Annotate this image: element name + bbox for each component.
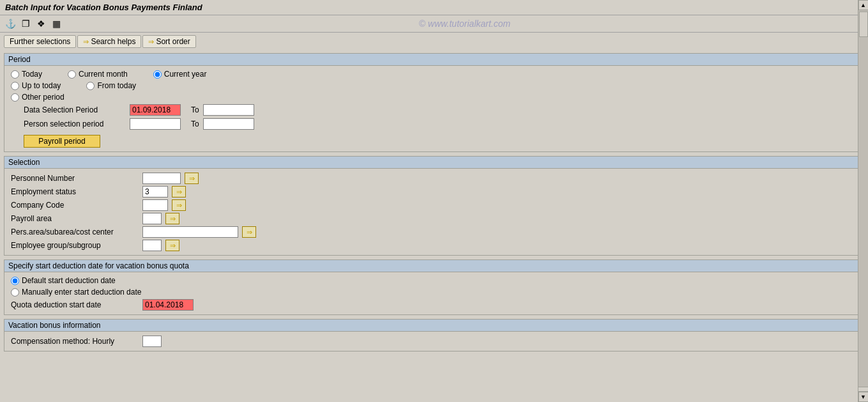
- scroll-track[interactable]: [858, 10, 869, 387]
- person-selection-row: Person selection period To: [24, 118, 857, 130]
- period-section-body: Today Current month Current year Up to t…: [4, 66, 864, 151]
- employee-group-arrow-btn[interactable]: ⇒: [165, 240, 179, 251]
- to-label-1: To: [191, 105, 199, 114]
- company-code-input[interactable]: [142, 199, 168, 211]
- employment-status-label: Employment status: [11, 187, 139, 196]
- pers-area-arrow-btn[interactable]: ⇒: [242, 226, 256, 238]
- period-section-header: Period: [4, 54, 864, 66]
- radio-default-deduction[interactable]: Default start deduction date: [11, 276, 857, 285]
- quota-label: Quota deduction start date: [11, 300, 139, 309]
- compensation-input[interactable]: [142, 336, 162, 347]
- toolbar-icon-1[interactable]: ⚓: [4, 17, 17, 30]
- scroll-split[interactable]: [858, 387, 869, 392]
- specify-section-body: Default start deduction date Manually en…: [4, 272, 864, 314]
- sel-row-employee-group: Employee group/subgroup ⇒: [11, 240, 857, 251]
- pers-area-input[interactable]: [142, 226, 238, 238]
- radio-manually-deduction-input[interactable]: [11, 288, 19, 297]
- toolbar-icon-2[interactable]: ❐: [19, 17, 32, 30]
- company-code-label: Company Code: [11, 201, 139, 210]
- employment-status-arrow-btn[interactable]: ⇒: [172, 186, 186, 197]
- pers-area-label: Pers.area/subarea/cost center: [11, 228, 139, 236]
- personnel-number-arrow-btn[interactable]: ⇒: [185, 173, 199, 184]
- scroll-up-arrow[interactable]: ▲: [858, 0, 869, 10]
- tab-search-helps[interactable]: ⇒ Search helps: [77, 35, 141, 48]
- specify-section-header: Specify start deduction date for vacatio…: [4, 260, 864, 272]
- radio-today[interactable]: Today: [11, 70, 42, 79]
- tab-further-selections[interactable]: Further selections: [4, 35, 76, 48]
- radio-other-period[interactable]: Other period: [11, 93, 65, 102]
- payroll-area-arrow-btn[interactable]: ⇒: [165, 213, 179, 224]
- tab-sort-order[interactable]: ⇒ Sort order: [142, 35, 195, 48]
- payroll-period-button[interactable]: Payroll period: [24, 135, 100, 148]
- data-selection-row: Data Selection Period To: [24, 104, 857, 116]
- radio-manually-deduction[interactable]: Manually enter start deduction date: [11, 288, 857, 297]
- person-selection-from-input[interactable]: [130, 118, 181, 130]
- radio-current-year-input[interactable]: [153, 70, 162, 79]
- radio-today-input[interactable]: [11, 70, 19, 79]
- radio-current-month[interactable]: Current month: [68, 70, 128, 79]
- toolbar-icon-4[interactable]: ▦: [50, 17, 63, 30]
- scrollbar[interactable]: ▲ ▼: [858, 0, 868, 402]
- radio-other-period-label: Other period: [22, 93, 65, 102]
- radio-from-today-label: From today: [97, 81, 136, 90]
- sel-row-pers-area: Pers.area/subarea/cost center ⇒: [11, 226, 857, 238]
- period-radio-row-1: Today Current month Current year: [11, 70, 857, 79]
- scroll-down-arrow[interactable]: ▼: [858, 392, 869, 402]
- scroll-thumb[interactable]: [859, 12, 868, 37]
- period-radio-row-2: Up to today From today: [11, 81, 857, 90]
- period-section: Period Today Current month Current year: [4, 53, 864, 152]
- personnel-number-label: Personnel Number: [11, 174, 139, 183]
- page-title: Batch Input for Vacation Bonus Payments …: [5, 3, 202, 12]
- toolbar-icon-3[interactable]: ❖: [34, 17, 47, 30]
- watermark: © www.tutorialkart.com: [65, 19, 864, 29]
- search-helps-arrow-icon: ⇒: [83, 38, 89, 46]
- sel-row-employment: Employment status ⇒: [11, 186, 857, 197]
- selection-section-header: Selection: [4, 157, 864, 169]
- radio-default-deduction-input[interactable]: [11, 277, 19, 285]
- period-radio-row-3: Other period: [11, 93, 857, 102]
- company-code-arrow-btn[interactable]: ⇒: [172, 199, 186, 211]
- radio-from-today-input[interactable]: [86, 82, 95, 90]
- person-selection-to-input[interactable]: [203, 118, 254, 130]
- radio-current-month-input[interactable]: [68, 70, 76, 79]
- radio-default-deduction-label: Default start deduction date: [22, 276, 116, 285]
- radio-up-to-today-label: Up to today: [22, 81, 61, 90]
- radio-from-today[interactable]: From today: [86, 81, 136, 90]
- search-helps-label: Search helps: [91, 37, 135, 46]
- radio-current-year[interactable]: Current year: [153, 70, 207, 79]
- sel-row-company: Company Code ⇒: [11, 199, 857, 211]
- quota-date-input[interactable]: [142, 299, 194, 311]
- sort-order-arrow-icon: ⇒: [148, 38, 154, 46]
- employee-group-label: Employee group/subgroup: [11, 241, 139, 250]
- radio-today-label: Today: [22, 70, 42, 79]
- person-selection-label: Person selection period: [24, 120, 126, 128]
- radio-up-to-today-input[interactable]: [11, 82, 19, 90]
- payroll-period-row: Payroll period: [11, 132, 857, 148]
- tab-bar: Further selections ⇒ Search helps ⇒ Sort…: [0, 33, 868, 50]
- sel-row-personnel: Personnel Number ⇒: [11, 173, 857, 184]
- radio-other-period-input[interactable]: [11, 93, 19, 102]
- vacation-section-body: Compensation method: Hourly: [4, 332, 864, 351]
- data-selection-label: Data Selection Period: [24, 105, 126, 114]
- further-selections-label: Further selections: [10, 37, 70, 46]
- radio-up-to-today[interactable]: Up to today: [11, 81, 61, 90]
- sort-order-label: Sort order: [156, 37, 190, 46]
- data-selection-to-input[interactable]: [203, 104, 254, 116]
- data-selection-from-input[interactable]: [130, 104, 181, 116]
- payroll-area-label: Payroll area: [11, 214, 139, 223]
- vacation-bonus-section: Vacation bonus information Compensation …: [4, 319, 864, 352]
- radio-current-month-label: Current month: [79, 70, 128, 79]
- main-content: Period Today Current month Current year: [0, 50, 868, 354]
- employee-group-input[interactable]: [142, 240, 162, 251]
- to-label-2: To: [191, 120, 199, 128]
- employment-status-input[interactable]: [142, 186, 168, 197]
- personnel-number-input[interactable]: [142, 173, 181, 184]
- radio-manually-deduction-label: Manually enter start deduction date: [22, 288, 141, 297]
- radio-current-year-label: Current year: [164, 70, 207, 79]
- vacation-section-header: Vacation bonus information: [4, 320, 864, 332]
- toolbar: ⚓ ❐ ❖ ▦ © www.tutorialkart.com: [0, 15, 868, 33]
- payroll-area-input[interactable]: [142, 213, 162, 224]
- compensation-label: Compensation method: Hourly: [11, 337, 139, 346]
- quota-row: Quota deduction start date: [11, 299, 857, 311]
- selection-section-body: Personnel Number ⇒ Employment status ⇒ C…: [4, 169, 864, 255]
